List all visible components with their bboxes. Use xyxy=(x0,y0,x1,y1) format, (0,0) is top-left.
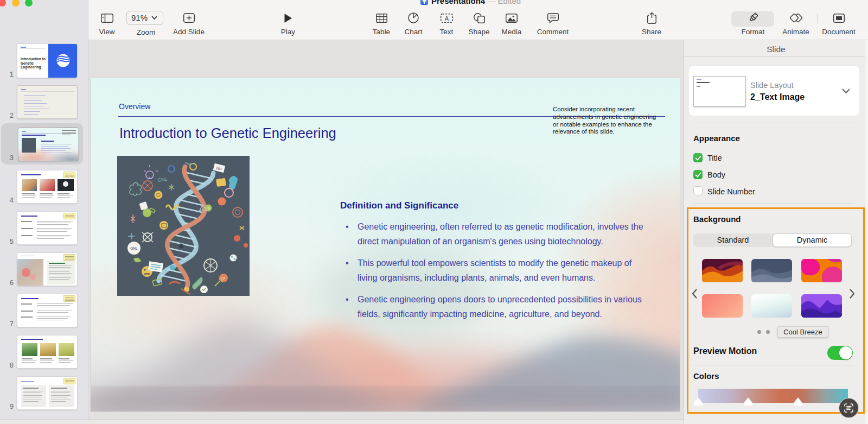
svg-text:A: A xyxy=(444,15,449,21)
svg-text:?: ? xyxy=(207,206,210,211)
svg-text:GNL: GNL xyxy=(130,246,138,250)
